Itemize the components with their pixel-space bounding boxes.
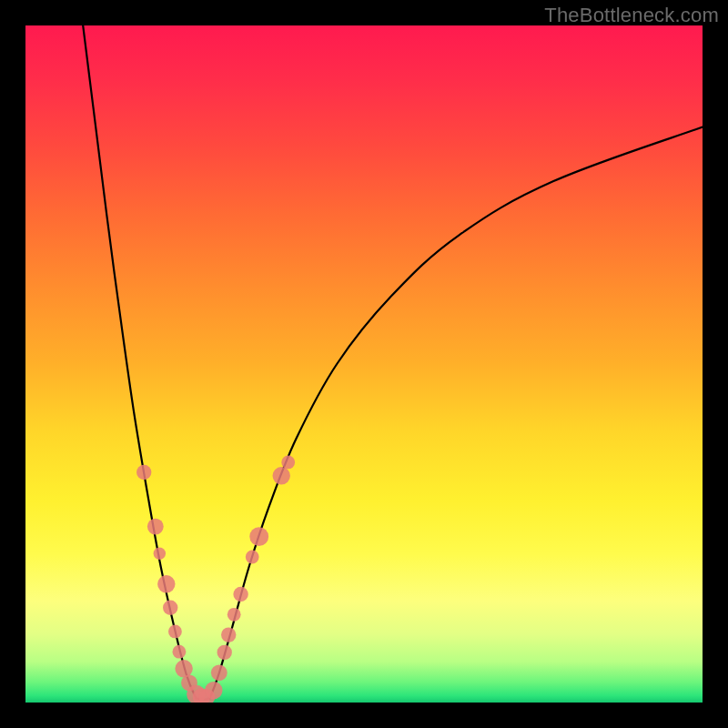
data-point xyxy=(217,645,232,660)
data-point xyxy=(173,645,187,659)
data-point xyxy=(154,548,166,560)
chart-frame: TheBottleneck.com xyxy=(0,0,728,728)
data-point xyxy=(273,467,290,484)
curve-layer xyxy=(25,25,703,703)
data-point xyxy=(233,587,248,602)
data-point xyxy=(163,601,177,615)
bottleneck-curve xyxy=(83,25,703,700)
data-point xyxy=(281,456,295,470)
data-point xyxy=(246,551,259,564)
data-point xyxy=(157,575,175,592)
data-point xyxy=(221,627,236,642)
data-point xyxy=(168,625,182,639)
curve-right-branch xyxy=(209,127,703,699)
data-point xyxy=(147,519,164,535)
data-point xyxy=(228,608,241,622)
data-point-markers xyxy=(136,456,295,703)
data-point xyxy=(205,682,222,699)
data-point xyxy=(211,664,228,681)
watermark-text: TheBottleneck.com xyxy=(544,4,719,27)
data-point xyxy=(249,527,268,546)
plot-area xyxy=(25,25,703,703)
curve-left-branch xyxy=(83,25,196,699)
data-point xyxy=(136,465,151,480)
